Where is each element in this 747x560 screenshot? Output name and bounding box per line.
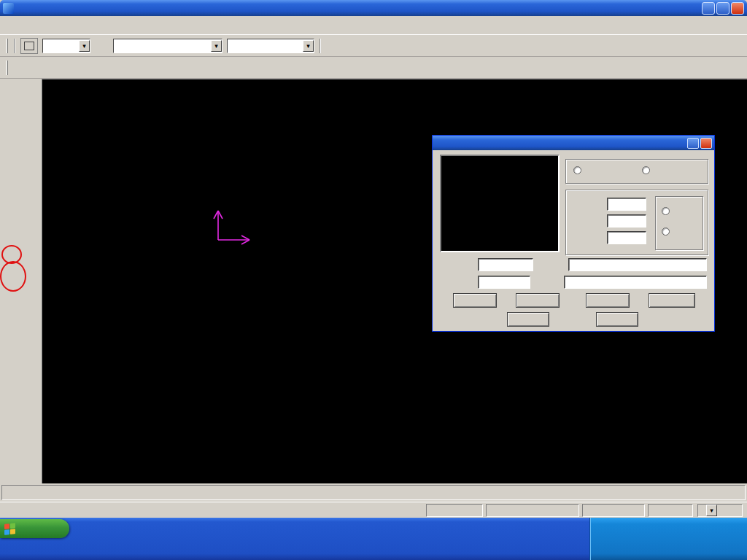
command-history-area (0, 483, 747, 502)
chevron-down-icon[interactable]: ▾ (211, 40, 222, 52)
window-titlebar[interactable] (0, 0, 747, 16)
dialog-help-button[interactable] (687, 138, 699, 149)
end-value-input[interactable] (607, 231, 646, 244)
axis-marker (214, 211, 249, 244)
preview-button[interactable] (649, 293, 695, 308)
xt-input[interactable] (568, 258, 707, 271)
precision-input[interactable] (478, 276, 530, 289)
menubar (0, 16, 747, 35)
delete-button[interactable] (586, 293, 630, 308)
store-button[interactable] (453, 293, 497, 308)
dialog-close-button[interactable] (700, 138, 712, 149)
snap-mode-select[interactable]: ▾ (697, 504, 743, 517)
parameters-group (565, 190, 708, 255)
linestyle-select[interactable]: ▾ (227, 39, 314, 53)
color-swatch (24, 42, 34, 50)
cancel-button[interactable] (596, 312, 638, 327)
minimize-button[interactable] (702, 2, 715, 15)
curve-preview (440, 155, 560, 252)
chevron-down-icon[interactable]: ▾ (706, 505, 717, 516)
close-button[interactable] (731, 2, 744, 15)
dialog-titlebar[interactable] (433, 136, 714, 150)
annotation-ellipse (0, 261, 26, 292)
restore-button[interactable] (716, 2, 729, 15)
polar-radio[interactable] (642, 166, 653, 174)
system-tray (589, 518, 747, 560)
radio-icon (662, 207, 670, 215)
taskbar-row-1 (73, 520, 587, 538)
toolbar-grip[interactable] (6, 61, 8, 75)
chevron-down-icon[interactable]: ▾ (303, 40, 314, 52)
preview-plot (441, 156, 558, 251)
radio-icon (642, 166, 650, 174)
radio-icon (573, 166, 581, 174)
radian-radio[interactable] (662, 207, 673, 215)
toolbar-separator (320, 39, 321, 53)
pick-mode-display[interactable] (648, 504, 693, 517)
coordinates-display (486, 504, 579, 517)
status-spare-cell (582, 504, 645, 517)
command-history-box[interactable] (1, 485, 746, 500)
formula-curve-dialog (432, 135, 715, 332)
toolbar-separator (14, 39, 15, 53)
rho-input[interactable] (564, 276, 707, 289)
taskbar-row-2 (73, 540, 587, 559)
degree-radio[interactable] (662, 228, 673, 236)
taskbar (0, 518, 747, 560)
caxa-app-icon (3, 3, 14, 14)
radio-icon (662, 228, 670, 236)
chevron-down-icon[interactable]: ▾ (79, 40, 90, 52)
cartesian-radio[interactable] (573, 166, 584, 174)
coordinate-system-group (565, 159, 708, 184)
parameter-variable-input[interactable] (607, 198, 646, 211)
extract-button[interactable] (516, 293, 560, 308)
color-swatch-button[interactable] (20, 38, 38, 54)
command-input[interactable] (426, 504, 483, 517)
statusbar: ▾ (0, 502, 747, 518)
drawing-toolbar (0, 57, 747, 79)
ok-button[interactable] (507, 312, 549, 327)
toolbar-grip[interactable] (6, 39, 8, 53)
linetype-button[interactable] (93, 37, 110, 54)
start-button[interactable] (0, 519, 69, 538)
windows-logo-icon (4, 523, 15, 535)
screen: ▾ ▾ ▾ (0, 0, 747, 560)
linewidth-select[interactable]: ▾ (113, 39, 222, 53)
formula-name-display[interactable] (478, 258, 533, 271)
layer-select[interactable]: ▾ (42, 39, 90, 53)
start-value-input[interactable] (607, 214, 646, 228)
standard-toolbar: ▾ ▾ ▾ (0, 35, 747, 57)
unit-group (655, 196, 703, 250)
